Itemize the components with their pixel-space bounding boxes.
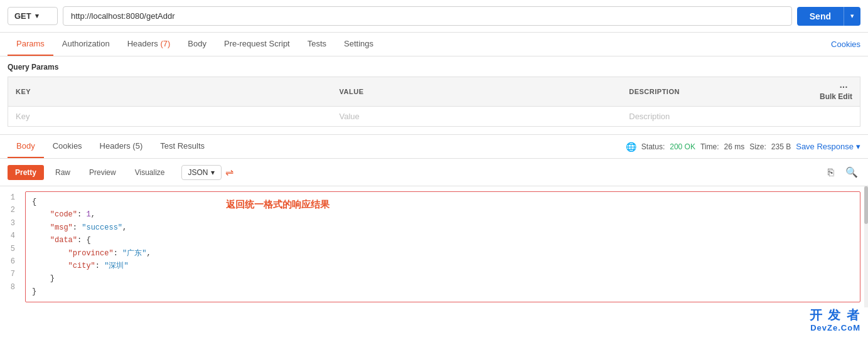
actions-cell: [809, 107, 860, 127]
value-cell[interactable]: Value: [332, 107, 622, 127]
scrollbar-thumb: [864, 186, 868, 224]
col-header-description: DESCRIPTION: [621, 77, 809, 107]
tab-params[interactable]: Params: [8, 33, 53, 56]
tab-headers[interactable]: Headers (7): [119, 33, 179, 56]
tab-tests[interactable]: Tests: [299, 33, 335, 56]
save-response-button[interactable]: Save Response ▾: [796, 142, 860, 151]
cookies-link[interactable]: Cookies: [831, 40, 860, 49]
response-tab-list: Body Cookies Headers (5) Test Results: [8, 135, 626, 158]
search-button[interactable]: 🔍: [843, 164, 860, 181]
code-line-2: "code": 1,: [32, 208, 854, 221]
line-5: 5: [8, 243, 15, 255]
watermark-top: 开 发 者: [810, 307, 860, 307]
format-tab-visualize[interactable]: Visualize: [127, 165, 173, 180]
watermark: 开 发 者 DevZe.CoM: [810, 307, 860, 307]
tab-response-body[interactable]: Body: [8, 135, 44, 158]
format-tab-preview[interactable]: Preview: [82, 165, 124, 180]
line-3: 3: [8, 217, 15, 230]
response-format-bar: Pretty Raw Preview Visualize JSON ▾ ⇌ ⎘ …: [0, 159, 868, 186]
col-header-actions: ··· Bulk Edit: [809, 77, 860, 107]
code-line-5: "province": "广东",: [32, 247, 854, 260]
more-options-icon[interactable]: ···: [840, 82, 848, 92]
format-tab-raw[interactable]: Raw: [48, 165, 78, 180]
url-bar: GET ▾ Send ▾: [0, 0, 868, 33]
key-cell[interactable]: Key: [8, 107, 332, 127]
method-chevron-icon: ▾: [35, 12, 39, 20]
code-line-8: }: [32, 285, 854, 298]
status-value: 200 OK: [670, 142, 695, 151]
method-selector[interactable]: GET ▾: [8, 7, 58, 25]
line-7: 7: [8, 268, 15, 280]
globe-icon: 🌐: [626, 142, 636, 152]
code-line-3: "msg": "success",: [32, 221, 854, 234]
line-8: 8: [8, 281, 15, 294]
code-line-6: "city": "深圳": [32, 260, 854, 272]
headers-badge: (7): [160, 39, 170, 48]
save-response-label: Save Response: [796, 142, 854, 151]
format-tab-pretty[interactable]: Pretty: [8, 165, 44, 180]
send-button-group: Send ▾: [797, 7, 860, 26]
scrollbar[interactable]: [864, 186, 868, 307]
line-4: 4: [8, 230, 15, 242]
tab-authorization[interactable]: Authorization: [53, 33, 119, 56]
tab-response-cookies[interactable]: Cookies: [44, 135, 91, 158]
query-params-title: Query Params: [8, 63, 860, 72]
request-tabs: Params Authorization Headers (7) Body Pr…: [0, 33, 868, 56]
status-label: Status:: [641, 142, 665, 151]
format-select[interactable]: JSON ▾: [181, 165, 222, 180]
code-line-7: }: [32, 272, 854, 285]
annotation: 返回统一格式的响应结果: [226, 199, 330, 211]
col-header-value: VALUE: [332, 77, 622, 107]
send-dropdown-button[interactable]: ▾: [844, 7, 860, 26]
tab-pre-request-script[interactable]: Pre-request Script: [215, 33, 299, 56]
size-label: Size:: [749, 142, 766, 151]
format-select-label: JSON: [188, 168, 208, 177]
response-meta: 🌐 Status: 200 OK Time: 26 ms Size: 235 B…: [626, 142, 860, 152]
request-tab-list: Params Authorization Headers (7) Body Pr…: [8, 33, 831, 56]
tab-response-test-results[interactable]: Test Results: [151, 135, 213, 158]
filter-icon[interactable]: ⇌: [225, 166, 233, 178]
method-label: GET: [14, 11, 31, 21]
table-row: Key Value Description: [8, 107, 860, 127]
line-1: 1: [8, 191, 15, 204]
tab-response-headers[interactable]: Headers (5): [91, 135, 152, 158]
code-line-4: "data": {: [32, 234, 854, 247]
time-value: 26 ms: [724, 142, 744, 151]
format-select-chevron-icon: ▾: [211, 168, 215, 177]
response-tabs: Body Cookies Headers (5) Test Results 🌐 …: [0, 135, 868, 159]
code-content: { "code": 1, "msg": "success", "data": {…: [25, 191, 860, 302]
save-response-chevron-icon: ▾: [856, 142, 860, 151]
tab-settings[interactable]: Settings: [335, 33, 382, 56]
time-label: Time:: [700, 142, 719, 151]
params-table: KEY VALUE DESCRIPTION ··· Bulk Edit Key …: [8, 77, 860, 127]
query-params-section: Query Params KEY VALUE DESCRIPTION ··· B…: [0, 56, 868, 127]
col-header-key: KEY: [8, 77, 332, 107]
send-button[interactable]: Send: [797, 7, 844, 26]
copy-button[interactable]: ⎘: [825, 164, 837, 181]
size-value: 235 B: [771, 142, 791, 151]
url-input[interactable]: [63, 6, 792, 26]
line-2: 2: [8, 204, 15, 216]
bulk-edit-button[interactable]: Bulk Edit: [820, 92, 852, 101]
code-line-1: {: [32, 196, 854, 208]
line-6: 6: [8, 255, 15, 268]
response-body-area: 1 2 3 4 5 6 7 8 { "code": 1, "msg": "suc…: [0, 186, 868, 307]
tab-body[interactable]: Body: [179, 33, 215, 56]
description-cell[interactable]: Description: [621, 107, 809, 127]
line-numbers: 1 2 3 4 5 6 7 8: [8, 191, 25, 302]
